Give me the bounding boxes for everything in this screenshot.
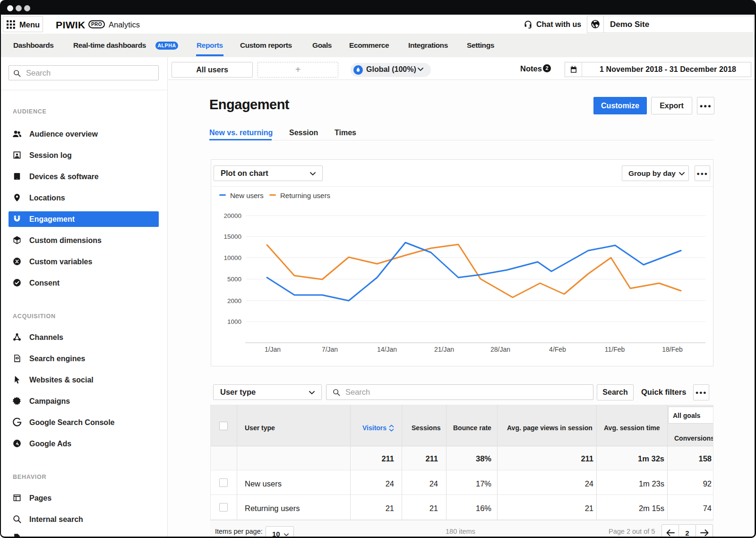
- svg-text:2000: 2000: [227, 297, 241, 304]
- svg-text:7/Jan: 7/Jan: [322, 346, 338, 353]
- svg-text:5000: 5000: [227, 276, 241, 283]
- svg-text:14/Jan: 14/Jan: [377, 346, 397, 353]
- svg-text:1/Jan: 1/Jan: [265, 346, 281, 353]
- svg-text:15000: 15000: [223, 233, 241, 240]
- svg-text:11/Feb: 11/Feb: [605, 346, 625, 353]
- svg-text:1000: 1000: [227, 318, 241, 325]
- svg-text:21/Jan: 21/Jan: [434, 346, 454, 353]
- svg-text:28/Jan: 28/Jan: [490, 346, 510, 353]
- svg-text:18/Feb: 18/Feb: [662, 346, 683, 353]
- svg-text:10000: 10000: [223, 254, 241, 261]
- svg-text:20000: 20000: [223, 212, 241, 219]
- svg-text:4/Feb: 4/Feb: [549, 346, 566, 353]
